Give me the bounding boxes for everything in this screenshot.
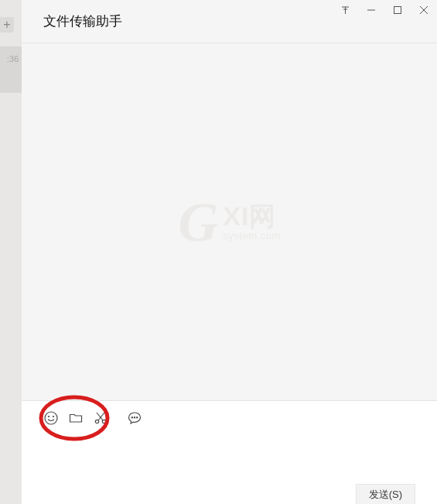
svg-line-13 — [97, 413, 103, 420]
svg-rect-4 — [394, 7, 401, 14]
send-button[interactable]: 发送(S) — [356, 484, 415, 504]
screenshot-button[interactable] — [93, 410, 108, 426]
watermark-sub: system.com — [223, 231, 280, 241]
scissors-icon — [94, 411, 108, 425]
minimize-icon — [367, 6, 375, 14]
minimize-button[interactable] — [358, 0, 384, 20]
emoji-button[interactable] — [43, 410, 59, 426]
pin-icon — [341, 6, 350, 15]
window-controls — [332, 0, 437, 20]
svg-point-9 — [53, 416, 54, 417]
svg-line-12 — [98, 413, 104, 420]
svg-point-14 — [131, 417, 132, 417]
add-button[interactable]: + — [0, 17, 14, 33]
close-icon — [420, 6, 428, 14]
compose-area: 发送(S) — [22, 434, 437, 504]
message-input[interactable] — [22, 434, 437, 481]
chat-main: 文件传输助手 — [22, 0, 437, 504]
watermark: G XI网 system.com — [178, 194, 280, 250]
chat-history-icon — [128, 411, 142, 425]
watermark-g: G — [178, 194, 218, 250]
folder-icon — [69, 411, 83, 425]
contact-time-label: :36 — [7, 54, 19, 63]
contact-sidebar: + :36 — [0, 0, 22, 504]
pin-button[interactable] — [332, 0, 358, 20]
chat-history-button[interactable] — [127, 410, 142, 426]
maximize-button[interactable] — [384, 0, 411, 20]
titlebar: 文件传输助手 — [22, 0, 437, 43]
app-window: + :36 文件传输助手 — [0, 0, 437, 504]
close-button[interactable] — [411, 0, 437, 20]
maximize-icon — [394, 6, 401, 14]
svg-point-16 — [137, 417, 138, 417]
watermark-xi: XI网 — [223, 203, 280, 229]
chat-messages-area[interactable]: G XI网 system.com — [22, 43, 437, 400]
svg-point-8 — [49, 416, 50, 417]
emoji-icon — [44, 411, 58, 425]
selected-contact[interactable] — [0, 46, 22, 93]
chat-title: 文件传输助手 — [43, 12, 122, 30]
send-file-button[interactable] — [68, 410, 84, 426]
compose-toolbar — [22, 400, 437, 434]
svg-point-15 — [134, 417, 135, 417]
svg-point-7 — [45, 412, 57, 424]
